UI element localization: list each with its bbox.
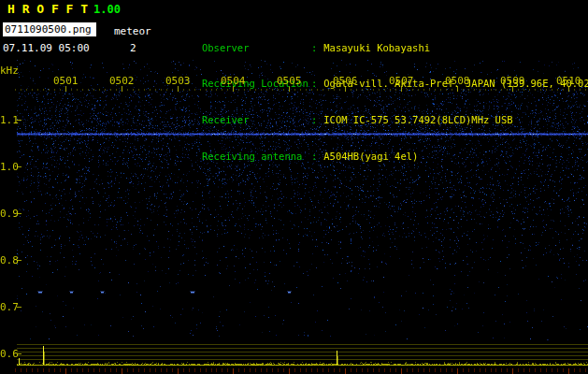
time-axis-label: 0506 xyxy=(333,75,358,87)
station-value: A504HB(yagi 4el) xyxy=(323,151,418,162)
station-value: ICOM IC-575 53.7492(8LCD)MHz USB xyxy=(323,114,512,125)
time-axis-label: 0508 xyxy=(445,75,470,87)
hrofft-window: H R O F F T 1.00 0711090500.png meteor 0… xyxy=(0,0,588,374)
freq-unit-label: kHz xyxy=(0,65,19,77)
station-label: Receiver xyxy=(202,114,311,126)
freq-axis-label: 1.0 xyxy=(0,161,16,173)
freq-axis-label: 0.7 xyxy=(0,301,16,313)
time-axis-label: 0501 xyxy=(53,75,79,87)
station-label: Receiving antenna xyxy=(202,151,311,163)
time-axis-label: 0510 xyxy=(556,75,581,87)
time-axis-label: 0503 xyxy=(165,75,191,87)
freq-axis-label: 1.1 xyxy=(0,114,16,126)
time-axis-label: 0507 xyxy=(389,75,414,87)
station-label: Observer xyxy=(202,42,311,54)
station-info: Observer:Masayuki Kobayashi Receiving Lo… xyxy=(166,6,588,175)
station-value: Masayuki Kobayashi xyxy=(323,42,430,53)
station-row-receiver: Receiver:ICOM IC-575 53.7492(8LCD)MHz US… xyxy=(166,102,588,114)
app-title: H R O F F T xyxy=(7,2,88,16)
time-axis-label: 0502 xyxy=(109,75,135,87)
freq-axis-label: 0.6 xyxy=(0,348,16,360)
echo-count: 2 xyxy=(130,42,136,54)
colon-separator: : xyxy=(311,114,317,125)
freq-axis-label: 0.8 xyxy=(0,254,16,266)
station-row-observer: Observer:Masayuki Kobayashi xyxy=(166,30,588,42)
mode-label: meteor xyxy=(114,25,151,37)
colon-separator: : xyxy=(311,78,317,89)
colon-separator: : xyxy=(311,151,317,162)
time-axis-label: 0505 xyxy=(277,75,302,87)
time-axis-label: 0504 xyxy=(221,75,246,87)
app-version: 1.00 xyxy=(93,3,121,16)
time-axis-label: 0509 xyxy=(500,75,525,87)
timestamp-label: 07.11.09 05:00 xyxy=(3,42,90,54)
station-row-antenna: Receiving antenna:A504HB(yagi 4el) xyxy=(166,138,588,151)
colon-separator: : xyxy=(311,42,317,53)
output-filename-badge: 0711090500.png xyxy=(3,22,96,36)
freq-axis-label: 0.9 xyxy=(0,208,16,220)
